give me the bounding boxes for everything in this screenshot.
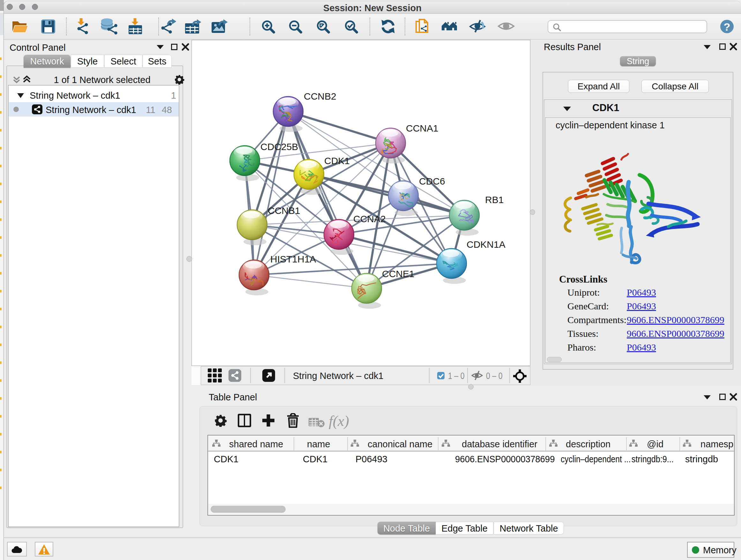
svg-text:CCNB1: CCNB1 [268,205,300,216]
svg-text:CDKN1A: CDKN1A [467,239,506,250]
svg-text:CDC6: CDC6 [419,176,445,186]
svg-text:HIST1H1A: HIST1H1A [270,254,316,264]
svg-text:RB1: RB1 [485,194,503,205]
svg-text:CCNE1: CCNE1 [382,268,414,279]
svg-text:CDK1: CDK1 [324,155,350,166]
svg-text:CDC25B: CDC25B [260,141,298,152]
svg-text:CCNA2: CCNA2 [353,213,386,224]
svg-text:CCNA1: CCNA1 [406,123,439,133]
svg-text:CCNB2: CCNB2 [304,91,336,102]
